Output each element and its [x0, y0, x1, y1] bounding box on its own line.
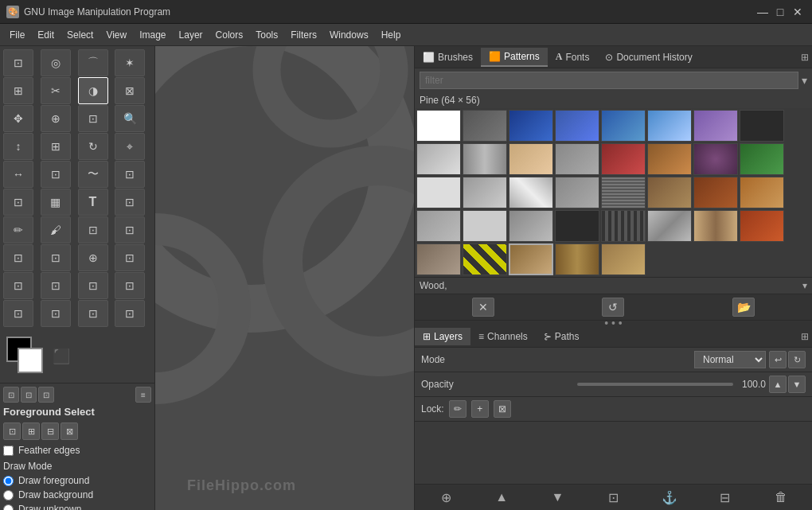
tool-shear[interactable]: ↕ — [3, 133, 33, 160]
menu-help[interactable]: Help — [375, 26, 408, 44]
lock-position-button[interactable]: + — [471, 400, 489, 418]
tool-options-expand[interactable]: ≡ — [135, 387, 151, 403]
pattern-cell[interactable] — [416, 210, 461, 242]
tool-foreground-select[interactable]: ◑ — [78, 77, 108, 104]
layer-duplicate-button[interactable]: ⊡ — [602, 488, 624, 507]
pattern-cell[interactable] — [601, 110, 646, 142]
pattern-cell[interactable] — [463, 143, 507, 175]
menu-view[interactable]: View — [100, 26, 133, 44]
menu-tools[interactable]: Tools — [249, 26, 284, 44]
menu-file[interactable]: File — [3, 26, 31, 44]
mode-select[interactable]: Normal Multiply Screen — [694, 351, 766, 368]
pattern-cell[interactable] — [647, 177, 692, 208]
tool-options-submenu2[interactable]: ⊡ — [21, 387, 37, 403]
tab-fonts[interactable]: A Fonts — [548, 48, 598, 66]
mode-undo-button[interactable]: ↩ — [769, 351, 787, 368]
tab-brushes[interactable]: ⬜ Brushes — [415, 49, 481, 66]
pattern-cell[interactable] — [693, 110, 738, 142]
pattern-cell[interactable] — [555, 210, 599, 242]
pattern-cell[interactable] — [647, 210, 692, 242]
layer-lower-button[interactable]: ▼ — [546, 488, 568, 507]
pattern-cell[interactable] — [647, 143, 692, 175]
canvas-area[interactable]: FileHippo.com — [155, 46, 414, 510]
pattern-cell[interactable] — [463, 243, 507, 275]
opacity-slider[interactable] — [577, 383, 733, 386]
pattern-cell[interactable] — [416, 110, 461, 142]
pattern-cell[interactable] — [693, 143, 738, 175]
lock-pixels-button[interactable]: ✏ — [449, 400, 467, 418]
tool-flip[interactable]: ↔ — [3, 161, 33, 188]
layers-content[interactable] — [415, 422, 812, 484]
tool-smudge[interactable]: ⊡ — [41, 244, 71, 271]
pattern-delete-button[interactable]: ✕ — [472, 298, 494, 317]
tool-text[interactable]: T — [78, 189, 108, 216]
menu-colors[interactable]: Colors — [209, 26, 250, 44]
lock-all-button[interactable]: ⊠ — [494, 400, 511, 418]
pattern-open-folder-button[interactable]: 📂 — [732, 298, 755, 317]
tool-crop[interactable]: ⊡ — [78, 105, 108, 132]
tool-scale[interactable]: ⊞ — [41, 133, 71, 160]
menu-image[interactable]: Image — [133, 26, 172, 44]
pattern-refresh-button[interactable]: ↺ — [602, 298, 624, 317]
opacity-down-button[interactable]: ▼ — [788, 376, 806, 393]
tool-align[interactable]: ⊕ — [41, 105, 71, 132]
tool-airbrush[interactable]: ⊡ — [115, 216, 145, 243]
mode-intersect[interactable]: ⊠ — [61, 422, 78, 440]
draw-foreground-radio[interactable] — [3, 476, 14, 486]
menu-edit[interactable]: Edit — [31, 26, 61, 44]
mode-subtract[interactable]: ⊟ — [41, 422, 59, 440]
tool-color-picker[interactable]: ⊡ — [3, 300, 33, 327]
tool-scissors[interactable]: ✂ — [41, 77, 71, 104]
tool-clone[interactable]: ⊡ — [115, 244, 145, 271]
pattern-cell[interactable] — [555, 110, 599, 142]
tool-ellipse-select[interactable]: ◎ — [41, 49, 71, 76]
tool-measure[interactable]: ⊡ — [41, 300, 71, 327]
tool-zoom[interactable]: 🔍 — [115, 105, 145, 132]
maximize-button[interactable]: □ — [772, 4, 788, 20]
filter-arrow-icon[interactable]: ▾ — [802, 74, 807, 87]
layer-raise-button[interactable]: ▲ — [490, 488, 513, 507]
tool-fuzzy-select[interactable]: ✶ — [115, 49, 145, 76]
draw-unknown-radio[interactable] — [3, 504, 14, 511]
pattern-cell[interactable] — [693, 210, 738, 242]
pattern-cell[interactable] — [509, 110, 553, 142]
pattern-cell[interactable] — [509, 143, 553, 175]
menu-windows[interactable]: Windows — [323, 26, 375, 44]
pattern-cell[interactable] — [463, 210, 507, 242]
tool-rect-select[interactable]: ⊡ — [3, 49, 33, 76]
pattern-cell[interactable] — [693, 177, 738, 208]
filter-input[interactable] — [420, 72, 798, 89]
pattern-cell[interactable] — [509, 177, 553, 208]
pattern-cell[interactable] — [740, 177, 784, 208]
feather-edges-checkbox[interactable] — [3, 446, 14, 456]
pattern-cell[interactable] — [601, 243, 646, 275]
layer-flatten-button[interactable]: ⊟ — [714, 488, 736, 507]
tool-free-select[interactable]: ⌒ — [78, 49, 108, 76]
tab-doc-history[interactable]: ⊙ Document History — [597, 49, 700, 66]
pattern-cell[interactable] — [555, 143, 599, 175]
mode-redo-button[interactable]: ↻ — [788, 351, 806, 368]
layer-new-button[interactable]: ⊕ — [435, 488, 457, 507]
tool-cage[interactable]: ⊡ — [41, 161, 71, 188]
tab-channels[interactable]: ≡ Channels — [470, 328, 536, 345]
pattern-cell[interactable] — [463, 110, 507, 142]
pattern-cell[interactable] — [416, 143, 461, 175]
pattern-cell[interactable] — [601, 210, 646, 242]
tool-3d-transform[interactable]: ⊡ — [115, 189, 145, 216]
layers-panel-maximize[interactable]: ⊞ — [801, 331, 809, 342]
pattern-cell[interactable] — [601, 143, 646, 175]
pattern-cell[interactable] — [740, 110, 784, 142]
pattern-cell[interactable] — [601, 177, 646, 208]
tool-blend[interactable]: ▦ — [41, 189, 71, 216]
minimize-button[interactable]: — — [755, 4, 771, 20]
pattern-cell[interactable] — [509, 210, 553, 242]
tool-paintbrush[interactable]: 🖌 — [41, 216, 71, 243]
tool-paths[interactable]: ⊠ — [115, 77, 145, 104]
mode-add[interactable]: ⊞ — [22, 422, 40, 440]
tool-warp[interactable]: 〜 — [78, 161, 108, 188]
menu-filters[interactable]: Filters — [284, 26, 323, 44]
tool-dodge-burn[interactable]: ⊡ — [3, 272, 33, 299]
pattern-cell[interactable] — [740, 143, 784, 175]
tab-paths[interactable]: ⊱ Paths — [536, 328, 588, 345]
menu-select[interactable]: Select — [61, 26, 100, 44]
